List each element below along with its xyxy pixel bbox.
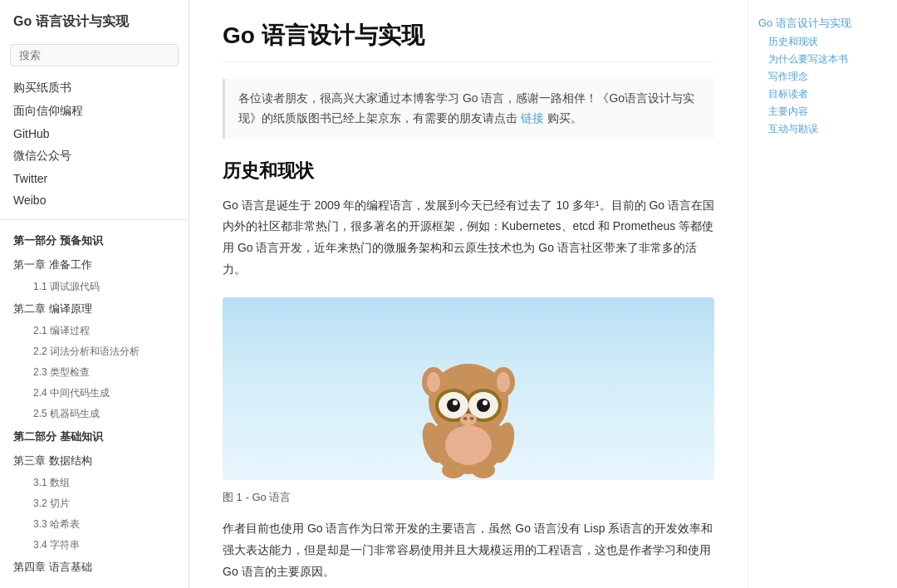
svg-point-23 [442,462,465,478]
svg-point-16 [463,417,468,420]
toc-item-6[interactable]: 互动与勘误 [758,120,887,138]
sidebar-s2-4[interactable]: 2.4 中间代码生成 [0,383,189,404]
toc-item-3[interactable]: 写作理念 [758,68,887,86]
sidebar-part2-title: 第二部分 基础知识 [0,424,189,449]
sidebar-part1-title: 第一部分 预备知识 [0,228,189,253]
sidebar-s3-3[interactable]: 3.3 哈希表 [0,514,189,535]
gopher-svg [385,314,551,480]
sidebar-link-wechat[interactable]: 微信公众号 [0,145,189,168]
section1-title: 历史和现状 [223,159,714,184]
sidebar-ch1[interactable]: 第一章 准备工作 [0,253,189,277]
sidebar-ch2[interactable]: 第二章 编译原理 [0,297,189,321]
toc-item-1[interactable]: 历史和现状 [758,33,887,51]
sidebar-s2-3[interactable]: 2.3 类型检查 [0,362,189,383]
para2: 作者目前也使用 Go 语言作为日常开发的主要语言，虽然 Go 语言没有 Lisp… [223,518,714,583]
intro-box: 各位读者朋友，很高兴大家通过本博客学习 Go 语言，感谢一路相伴！《Go语言设计… [223,79,714,139]
fig-caption: 图 1 - Go 语言 [223,490,714,505]
sidebar-divider-1 [0,219,189,220]
gopher-image [223,297,714,480]
sidebar-s1-1[interactable]: 1.1 调试源代码 [0,277,189,297]
intro-suffix: 购买。 [547,111,582,125]
svg-point-24 [472,462,495,478]
svg-point-13 [453,400,458,405]
sidebar-link-twitter[interactable]: Twitter [0,168,189,189]
intro-link[interactable]: 链接 [521,111,544,125]
toc-item-5[interactable]: 主要内容 [758,103,887,120]
svg-point-11 [447,399,460,412]
svg-point-22 [445,425,492,465]
sidebar-link-weibo[interactable]: Weibo [0,189,189,211]
svg-point-15 [460,414,477,425]
svg-point-5 [497,372,510,392]
toc-item-0[interactable]: Go 语言设计与实现 [758,13,887,33]
sidebar-ch3[interactable]: 第三章 数据结构 [0,449,189,473]
main-content: Go 语言设计与实现 各位读者朋友，很高兴大家通过本博客学习 Go 语言，感谢一… [189,0,748,588]
para1: Go 语言是诞生于 2009 年的编程语言，发展到今天已经有过去了 10 多年¹… [223,195,714,282]
sidebar-s2-5[interactable]: 2.5 机器码生成 [0,404,189,424]
toc-item-2[interactable]: 为什么要写这本书 [758,51,887,68]
svg-point-14 [483,400,488,405]
search-input[interactable] [10,44,179,66]
sidebar-s2-2[interactable]: 2.2 词法分析和语法分析 [0,341,189,362]
sidebar-s3-1[interactable]: 3.1 数组 [0,473,189,493]
search-box[interactable] [10,44,179,66]
sidebar-s3-4[interactable]: 3.4 字符串 [0,535,189,556]
sidebar-s3-2[interactable]: 3.2 切片 [0,493,189,514]
svg-point-4 [427,372,440,392]
sidebar-s2-1[interactable]: 2.1 编译过程 [0,321,189,341]
toc: Go 语言设计与实现 历史和现状 为什么要写这本书 写作理念 目标读者 主要内容… [748,0,897,588]
sidebar-link-faith[interactable]: 面向信仰编程 [0,100,189,123]
sidebar-link-buy[interactable]: 购买纸质书 [0,76,189,100]
sidebar-link-github[interactable]: GitHub [0,123,189,145]
intro-text: 各位读者朋友，很高兴大家通过本博客学习 Go 语言，感谢一路相伴！《Go语言设计… [238,91,694,125]
sidebar-title: Go 语言设计与实现 [0,13,189,44]
main-title: Go 语言设计与实现 [223,20,714,62]
toc-item-4[interactable]: 目标读者 [758,86,887,103]
svg-point-17 [470,417,474,420]
svg-point-12 [477,399,490,412]
sidebar: Go 语言设计与实现 购买纸质书 面向信仰编程 GitHub 微信公众号 Twi… [0,0,189,588]
sidebar-ch4[interactable]: 第四章 语言基础 [0,556,189,579]
